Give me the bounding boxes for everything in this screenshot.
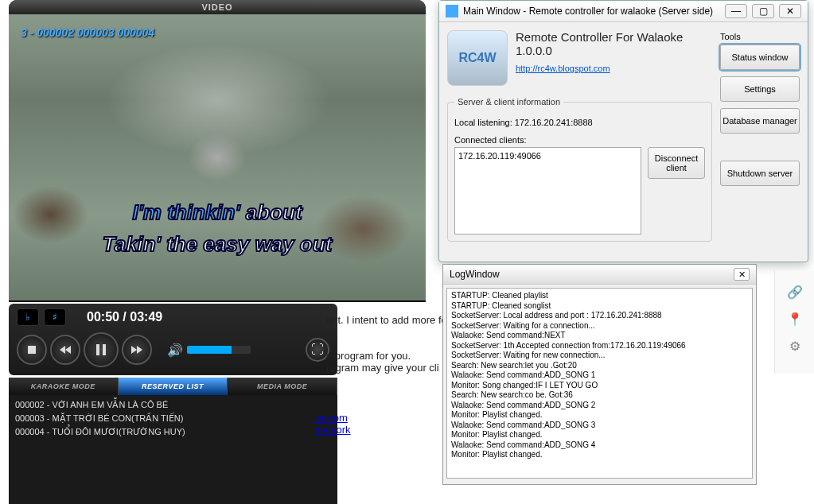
- karaoke-line-1: I'm thinkin' about: [9, 200, 426, 225]
- log-textarea[interactable]: STARTUP: Cleaned playlist STARTUP: Clean…: [446, 288, 753, 479]
- svg-rect-2: [103, 344, 106, 355]
- next-icon: [130, 344, 144, 355]
- key-down-button[interactable]: ♭: [17, 308, 39, 326]
- gear-icon[interactable]: ⚙: [783, 334, 807, 358]
- reserved-list: 000002 - VỚI ANH EM VẪN LÀ CÔ BÉ 000003 …: [9, 395, 337, 504]
- stop-button[interactable]: [17, 335, 47, 365]
- tools-panel: Tools Status window Settings Database ma…: [720, 30, 800, 242]
- connected-clients-list[interactable]: 172.16.20.119:49066: [454, 147, 641, 235]
- log-close-button[interactable]: ✕: [734, 268, 750, 281]
- close-button[interactable]: ✕: [779, 4, 801, 18]
- app-link[interactable]: http://rc4w.blogspot.com: [516, 64, 610, 73]
- tab-karaoke-mode[interactable]: KARAOKE MODE: [9, 378, 119, 395]
- svg-rect-1: [96, 344, 99, 355]
- app-icon: [446, 5, 458, 17]
- video-background: [9, 14, 426, 300]
- side-toolbar: 🔗 📍 ⚙: [774, 270, 814, 374]
- mode-tabs: KARAOKE MODE RESERVED LIST MEDIA MODE: [9, 378, 337, 395]
- pause-button[interactable]: [84, 332, 119, 367]
- settings-button[interactable]: Settings: [720, 76, 800, 102]
- log-title: LogWindow: [450, 269, 734, 280]
- bg-link-1[interactable]: ke.com: [314, 412, 348, 424]
- minimize-button[interactable]: —: [725, 4, 747, 18]
- list-item[interactable]: 000002 - VỚI ANH EM VẪN LÀ CÔ BÉ: [15, 398, 331, 412]
- bg-link-2[interactable]: mework: [314, 424, 351, 436]
- location-icon[interactable]: 📍: [783, 307, 807, 331]
- pause-icon: [95, 343, 107, 356]
- log-window: LogWindow ✕ STARTUP: Cleaned playlist ST…: [442, 264, 757, 485]
- maximize-button[interactable]: ▢: [752, 4, 774, 18]
- tools-label: Tools: [720, 32, 800, 41]
- timecode: 00:50 / 03:49: [87, 310, 162, 324]
- app-title: Remote Controller For Walaoke 1.0.0.0: [516, 30, 712, 57]
- window-title: Main Window - Remote controller for wala…: [463, 6, 725, 17]
- database-manager-button[interactable]: Database manager: [720, 108, 800, 134]
- player-controls: ♭ ♯ 00:50 / 03:49 🔊 ⛶: [9, 304, 337, 375]
- server-info-label: Server & client information: [454, 97, 563, 107]
- video-window-title: VIDEO: [9, 0, 426, 14]
- prev-icon: [58, 344, 72, 355]
- client-item[interactable]: 172.16.20.119:49066: [458, 151, 637, 161]
- video-screen[interactable]: 3 - 000002 000003 000004 I'm thinkin' ab…: [9, 14, 426, 300]
- link-icon[interactable]: 🔗: [783, 280, 807, 304]
- volume-icon[interactable]: 🔊: [167, 343, 183, 358]
- server-info-group: Server & client information Local listen…: [447, 97, 712, 242]
- tab-reserved-list[interactable]: RESERVED LIST: [119, 378, 228, 395]
- app-logo: RC4W: [447, 30, 508, 86]
- background-links: ke.com mework: [314, 412, 351, 436]
- local-listening: Local listening: 172.16.20.241:8888: [454, 118, 705, 127]
- list-item[interactable]: 000004 - TUỔI ĐÔI MƯƠI(TRƯỜNG HUY): [15, 425, 331, 439]
- log-titlebar[interactable]: LogWindow ✕: [443, 265, 756, 285]
- volume-slider[interactable]: [187, 346, 251, 354]
- next-button[interactable]: [122, 335, 152, 365]
- stop-icon: [26, 344, 37, 355]
- status-window-button[interactable]: Status window: [720, 45, 800, 70]
- background-text: ent. I intent to add more fe e program f…: [326, 314, 447, 374]
- prev-button[interactable]: [50, 335, 80, 365]
- titlebar[interactable]: Main Window - Remote controller for wala…: [439, 1, 808, 22]
- tab-media-mode[interactable]: MEDIA MODE: [228, 378, 337, 395]
- svg-rect-0: [28, 346, 36, 354]
- queue-overlay: 3 - 000002 000003 000004: [21, 26, 154, 39]
- key-up-button[interactable]: ♯: [44, 308, 66, 326]
- shutdown-server-button[interactable]: Shutdown server: [720, 161, 800, 186]
- main-window: Main Window - Remote controller for wala…: [438, 0, 808, 262]
- connected-clients-label: Connected clients:: [454, 135, 705, 145]
- disconnect-client-button[interactable]: Disconnect client: [648, 147, 705, 179]
- video-window: VIDEO 3 - 000002 000003 000004 I'm think…: [9, 0, 426, 302]
- karaoke-line-2: Takin' the easy way out: [9, 232, 426, 257]
- list-item[interactable]: 000003 - MẶT TRỜI BÉ CON(TRẦN TIẾN): [15, 412, 331, 425]
